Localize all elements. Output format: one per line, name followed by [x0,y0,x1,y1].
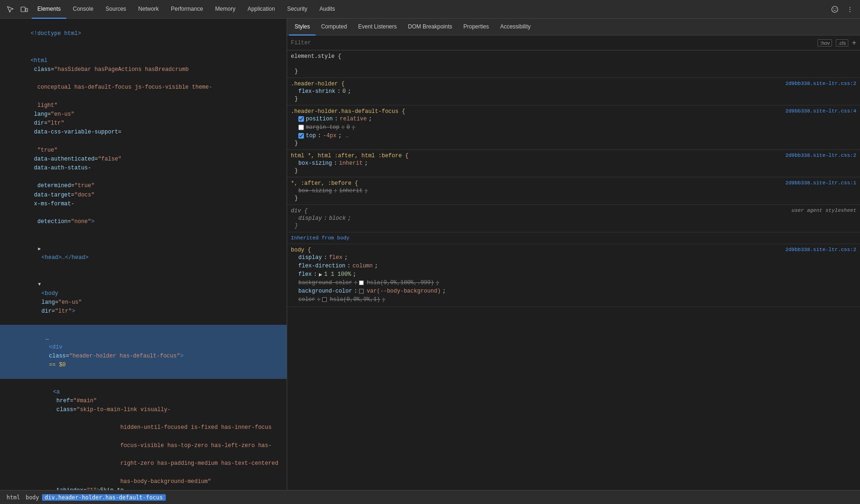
cursor-icon-btn[interactable] [4,3,17,16]
inherited-header: Inherited from body [287,232,860,244]
tab-computed[interactable]: Computed [316,19,352,35]
css-rule-html-star: html *, html :after, html :before { 2d9b… [287,150,860,177]
tab-styles[interactable]: Styles [289,19,316,35]
devtools-toolbar: Elements Console Sources Network Perform… [0,0,860,19]
position-checkbox[interactable] [298,116,304,122]
tab-accessibility[interactable]: Accessibility [494,19,536,35]
svg-point-2 [832,6,838,12]
css-source-link[interactable]: 2d9bb338.site-ltr.css:2 [785,81,856,86]
css-source-link-body[interactable]: 2d9bb338.site-ltr.css:2 [785,247,856,252]
tab-audits[interactable]: Audits [314,0,340,19]
tab-sources[interactable]: Sources [100,0,132,19]
breadcrumb-body[interactable]: body [23,494,42,501]
hov-button[interactable]: :hov [818,39,832,47]
tab-console[interactable]: Console [67,0,99,19]
tab-application[interactable]: Application [242,0,281,19]
css-source-link-4[interactable]: 2d9bb338.site-ltr.css:1 [785,180,856,186]
tab-properties[interactable]: Properties [458,19,494,35]
filter-bar: :hov .cls + [287,35,860,50]
styles-tabs: Styles Computed Event Listeners DOM Brea… [287,19,860,35]
filter-input[interactable] [291,40,814,46]
tab-elements[interactable]: Elements [32,0,66,19]
css-rule-star: *, :after, :before { 2d9bb338.site-ltr.c… [287,177,860,205]
styles-content[interactable]: element.style { } .header-holder { 2d9bb… [287,50,860,490]
css-rule-body: body { 2d9bb338.site-ltr.css:2 display: … [287,244,860,307]
svg-rect-1 [26,8,28,12]
color-swatch-bg1[interactable] [359,280,364,285]
devtools-main: <!doctype html> <html class="hasSidebar … [0,19,860,490]
tab-event-listeners[interactable]: Event Listeners [352,19,402,35]
emoji-icon-btn[interactable] [828,3,841,16]
breadcrumb-html[interactable]: html [4,494,23,501]
tab-performance[interactable]: Performance [165,0,209,19]
color-swatch-color[interactable] [322,297,327,302]
color-swatch-bg2[interactable] [359,289,364,294]
top-checkbox[interactable] [298,133,304,139]
breadcrumb-bar: html body div.header-holder.has-default-… [0,490,860,504]
css-rule-header-holder: .header-holder { 2d9bb338.site-ltr.css:2… [287,78,860,105]
css-source-link-2[interactable]: 2d9bb338.site-ltr.css:4 [785,108,856,114]
css-rule-element-style: element.style { } [287,50,860,78]
more-icon-btn[interactable]: ⋮ [843,3,856,16]
svg-point-3 [833,8,834,9]
cls-button[interactable]: .cls [836,39,848,47]
html-line-header-holder[interactable]: … <div class="header-holder has-default-… [0,325,287,378]
device-icon-btn[interactable] [18,3,31,16]
margin-top-checkbox[interactable] [298,125,304,130]
styles-panel: Styles Computed Event Listeners DOM Brea… [287,19,860,490]
css-rule-header-holder-focus: .header-holder.has-default-focus { 2d9bb… [287,105,860,150]
css-selector-name: element.style { [291,53,341,60]
html-line-html: <html class="hasSidebar hasPageActions h… [0,48,287,236]
tab-security[interactable]: Security [282,0,313,19]
tab-memory[interactable]: Memory [210,0,241,19]
tab-network[interactable]: Network [133,0,164,19]
html-line-head[interactable]: ▶ <head>…</head> [0,236,287,272]
html-line-body[interactable]: ▼ <body lang="en-us" dir="ltr"> [0,271,287,325]
elements-content[interactable]: <!doctype html> <html class="hasSidebar … [0,19,287,490]
html-line-doctype: <!doctype html> [0,21,287,48]
svg-point-4 [836,8,837,9]
add-style-button[interactable]: + [852,39,856,47]
elements-panel: <!doctype html> <html class="hasSidebar … [0,19,287,490]
tab-dom-breakpoints[interactable]: DOM Breakpoints [402,19,458,35]
breadcrumb-div-header-holder[interactable]: div.header-holder.has-default-focus [42,494,166,501]
css-rule-div-ua: div { user agent stylesheet display: blo… [287,205,860,232]
html-line-skip-link: <a href="#main" class="skip-to-main-link… [0,379,287,490]
inherited-from-link[interactable]: body [337,235,349,241]
svg-rect-0 [21,7,25,12]
css-source-link-3[interactable]: 2d9bb338.site-ltr.css:2 [785,153,856,158]
